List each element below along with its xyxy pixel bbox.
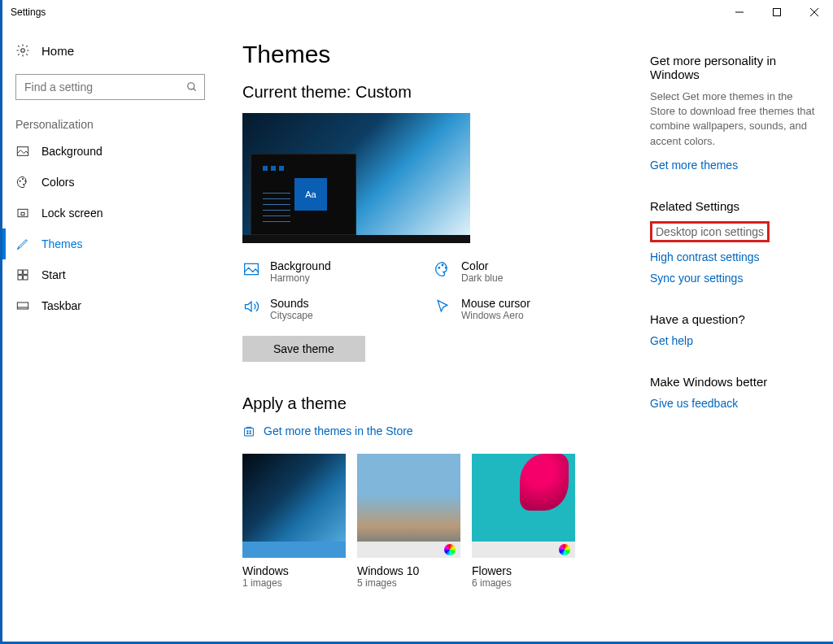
theme-preview: Aa: [242, 113, 470, 243]
sidebar-item-taskbar[interactable]: Taskbar: [2, 290, 218, 321]
theme-flowers[interactable]: Flowers 6 images: [472, 454, 575, 589]
palette-icon: [434, 259, 451, 277]
search-box[interactable]: [15, 74, 205, 100]
home-label: Home: [41, 44, 74, 58]
sidebar-item-label: Lock screen: [41, 207, 102, 220]
sounds-setting[interactable]: Sounds Cityscape: [242, 297, 425, 321]
svg-point-22: [445, 268, 447, 269]
part-value: Dark blue: [461, 272, 503, 284]
preview-tile: Aa: [294, 178, 327, 211]
background-setting[interactable]: Background Harmony: [242, 259, 425, 284]
sidebar: Home Personalization Background Colors L…: [2, 24, 218, 642]
grid-icon: [15, 268, 30, 281]
sidebar-item-colors[interactable]: Colors: [2, 167, 218, 198]
feedback-link[interactable]: Give us feedback: [650, 397, 817, 410]
lock-icon: [15, 207, 30, 220]
sidebar-item-label: Background: [41, 145, 102, 158]
svg-rect-1: [774, 9, 781, 16]
svg-point-4: [21, 49, 25, 53]
cursor-icon: [434, 297, 451, 315]
svg-rect-15: [18, 276, 22, 280]
theme-windows[interactable]: Windows 1 images: [242, 454, 346, 589]
picture-icon: [242, 259, 260, 277]
sidebar-item-background[interactable]: Background: [2, 136, 218, 167]
theme-count: 5 images: [357, 577, 460, 589]
search-input[interactable]: [23, 80, 186, 94]
svg-line-6: [194, 89, 196, 91]
main-content: Themes Current theme: Custom Aa Backgrou…: [218, 24, 650, 642]
theme-name: Windows 10: [357, 564, 460, 577]
svg-rect-13: [18, 270, 22, 274]
personality-heading: Get more personality in Windows: [650, 54, 817, 81]
personality-desc: Select Get more themes in the Store to d…: [650, 89, 817, 149]
store-link-label: Get more themes in the Store: [264, 424, 413, 437]
svg-point-8: [20, 181, 20, 181]
svg-rect-27: [250, 433, 251, 434]
get-help-link[interactable]: Get help: [650, 334, 817, 347]
part-title: Mouse cursor: [461, 297, 530, 310]
theme-windows10[interactable]: Windows 10 5 images: [357, 454, 460, 589]
svg-point-10: [25, 181, 26, 181]
palette-icon: [15, 176, 30, 189]
svg-point-9: [22, 178, 23, 179]
svg-rect-24: [246, 430, 248, 432]
color-setting[interactable]: Color Dark blue: [434, 259, 617, 284]
search-icon: [186, 81, 198, 93]
sidebar-item-label: Taskbar: [41, 299, 81, 312]
sync-settings-link[interactable]: Sync your settings: [650, 272, 817, 285]
svg-rect-17: [17, 302, 28, 309]
current-theme-heading: Current theme: Custom: [242, 83, 634, 102]
window-title: Settings: [11, 7, 46, 18]
store-icon: [242, 424, 255, 437]
page-title: Themes: [242, 41, 634, 68]
home-button[interactable]: Home: [2, 37, 218, 64]
brush-icon: [15, 237, 30, 250]
speaker-icon: [242, 297, 260, 315]
save-theme-button[interactable]: Save theme: [242, 336, 365, 362]
high-contrast-link[interactable]: High contrast settings: [650, 250, 817, 263]
section-label: Personalization: [2, 113, 218, 136]
part-value: Harmony: [270, 272, 331, 284]
part-title: Color: [461, 259, 503, 272]
part-value: Windows Aero: [461, 310, 530, 321]
theme-name: Flowers: [472, 564, 575, 577]
part-title: Background: [270, 259, 331, 272]
store-link[interactable]: Get more themes in the Store: [242, 424, 634, 437]
sidebar-item-label: Themes: [41, 237, 83, 250]
picture-icon: [15, 145, 30, 158]
right-column: Get more personality in Windows Select G…: [650, 24, 833, 642]
highlighted-box: Desktop icon settings: [650, 221, 770, 242]
sidebar-item-label: Colors: [41, 176, 74, 189]
svg-rect-14: [24, 270, 28, 274]
svg-rect-26: [246, 433, 248, 434]
titlebar: Settings: [2, 0, 833, 24]
related-heading: Related Settings: [650, 199, 817, 213]
part-title: Sounds: [270, 297, 313, 310]
theme-name: Windows: [242, 564, 346, 577]
taskbar-icon: [15, 299, 30, 312]
sidebar-item-label: Start: [41, 268, 66, 281]
svg-point-21: [442, 264, 443, 266]
svg-point-5: [188, 83, 194, 89]
sidebar-item-lockscreen[interactable]: Lock screen: [2, 198, 218, 228]
minimize-button[interactable]: [721, 0, 758, 24]
close-button[interactable]: [796, 0, 833, 24]
cursor-setting[interactable]: Mouse cursor Windows Aero: [434, 297, 617, 321]
theme-count: 1 images: [242, 577, 346, 589]
apply-theme-heading: Apply a theme: [242, 394, 634, 413]
theme-thumbnail: [242, 454, 346, 558]
svg-rect-25: [250, 430, 251, 432]
question-heading: Have a question?: [650, 312, 817, 326]
sidebar-item-themes[interactable]: Themes: [2, 228, 218, 259]
sidebar-item-start[interactable]: Start: [2, 259, 218, 290]
maximize-button[interactable]: [758, 0, 796, 24]
theme-count: 6 images: [472, 577, 575, 589]
theme-thumbnail: [357, 454, 460, 558]
theme-thumbnail: [472, 454, 575, 558]
better-heading: Make Windows better: [650, 375, 817, 389]
svg-rect-12: [21, 212, 24, 215]
svg-rect-11: [18, 209, 28, 216]
get-more-themes-link[interactable]: Get more themes: [650, 159, 817, 172]
desktop-icon-settings-link[interactable]: Desktop icon settings: [656, 225, 764, 238]
svg-rect-16: [24, 276, 28, 280]
